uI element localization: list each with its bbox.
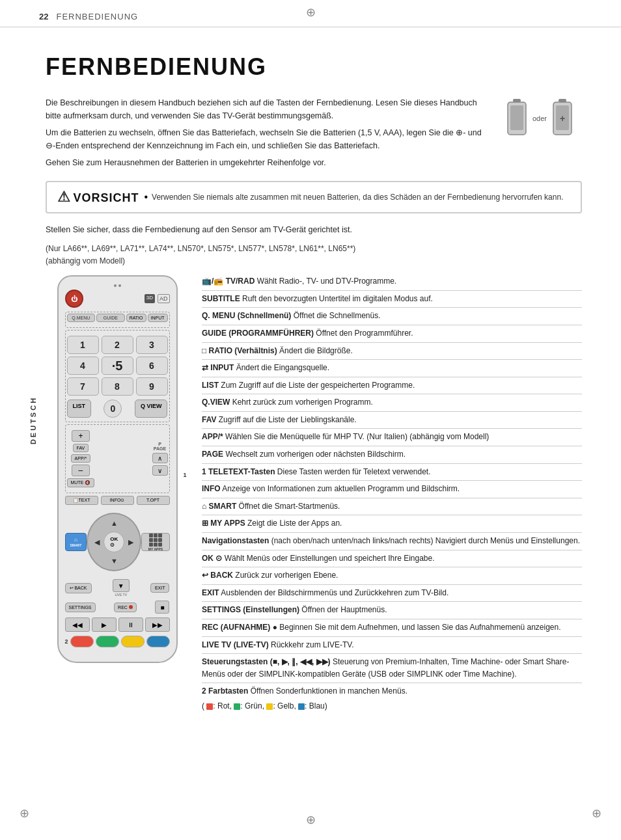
desc-settings: SETTINGS (Einstellungen) Öffnen der Haup…	[202, 604, 582, 616]
vol-up-button[interactable]: +	[72, 430, 90, 442]
intro-para-3: Gehen Sie zum Herausnehmen der Batterien…	[46, 156, 484, 169]
num-7-button[interactable]: 7	[67, 377, 99, 396]
divider	[202, 359, 582, 360]
num-6-button[interactable]: 6	[136, 357, 168, 375]
page-down-button[interactable]: ∨	[152, 465, 168, 476]
desc-fav-text: Zugriff auf die Liste der Lieblingskanäl…	[216, 415, 356, 424]
yellow-color-button[interactable]	[121, 636, 145, 647]
num-0-button[interactable]: 0	[104, 400, 122, 418]
smart-label: SMART	[70, 543, 81, 547]
desc-ok-bold: OK ⊙	[202, 554, 222, 563]
ratio-button[interactable]: RATIO	[126, 314, 146, 322]
divider	[202, 394, 582, 394]
desc-list-text: Zum Zugriff auf die Liste der gespeicher…	[219, 381, 415, 390]
svg-text:+: +	[560, 113, 565, 124]
divider	[202, 325, 582, 325]
vol-down-button[interactable]: –	[72, 465, 90, 476]
divider	[202, 377, 582, 377]
num-2-button[interactable]: 2	[102, 336, 133, 354]
guide-button[interactable]: GUIDE	[96, 314, 125, 322]
desc-qmenu-text: Öffnet die Schnellmenüs.	[291, 311, 380, 320]
app-button[interactable]: APP/*	[71, 454, 91, 463]
green-color-button[interactable]	[96, 636, 119, 647]
input-button[interactable]: INPUT	[148, 314, 168, 322]
red-color-button[interactable]	[70, 636, 94, 647]
nav-left-button[interactable]: ◀	[91, 536, 103, 548]
rec-button[interactable]: REC	[114, 603, 137, 612]
desc-nav-bold: Navigationstasten	[202, 536, 269, 545]
back-exit-row: ↩ BACK ▼ LIVE TV EXIT	[65, 579, 170, 597]
desc-subtitle: SUBTITLE Ruft den bevorzugten Untertitel…	[202, 293, 582, 305]
num-1-button[interactable]: 1	[67, 336, 99, 354]
mute-button[interactable]: MUTE 🔇	[67, 478, 95, 487]
top-crosshair-icon: ⊕	[306, 5, 316, 20]
settings-button[interactable]: SETTINGS	[65, 603, 96, 612]
remote-top-dots	[65, 284, 170, 287]
warning-text: Verwenden Sie niemals alte zusammen mit …	[152, 191, 563, 203]
descriptions-panel: 📺/📻 TV/RAD Wählt Radio-, TV- und DTV-Pro…	[202, 275, 582, 714]
menu-guide-section: Q.MENU GUIDE RATIO INPUT	[65, 312, 170, 328]
page-up-button[interactable]: ∧	[152, 453, 168, 463]
oder-label: oder	[532, 115, 547, 122]
sensor-note: Stellen Sie sicher, dass die Fernbedienu…	[46, 224, 582, 236]
nav-right-button[interactable]: ▶	[125, 536, 137, 548]
fav-button[interactable]: FAV	[73, 444, 89, 452]
desc-exit-bold: EXIT	[202, 588, 219, 597]
divider	[202, 683, 582, 683]
topt-button[interactable]: T.OPT	[137, 496, 170, 505]
navigation-circle: ▲ ◀ OK⊙ ▶ ▼	[87, 513, 141, 571]
3d-icon: 3D	[145, 294, 155, 303]
page-container: ⊕ 22 FERNBEDIENUNG DEUTSCH FERNBEDIENUNG…	[0, 0, 621, 840]
vol-area: + FAV APP/* – MUTE 🔇 PPAGE ∧ ∨	[67, 430, 168, 487]
desc-fav-bold: FAV	[202, 415, 216, 424]
rewind-button[interactable]: ◀◀	[65, 617, 90, 632]
num-4-button[interactable]: 4	[67, 357, 99, 375]
list-button[interactable]: LIST	[67, 400, 92, 418]
livetv-label: LIVE TV	[115, 593, 127, 597]
warning-box: ⚠ VORSICHT • Verwenden Sie niemals alte …	[46, 181, 582, 213]
divider	[202, 446, 582, 446]
myapps-dot	[158, 534, 162, 537]
back-button[interactable]: ↩ BACK	[65, 583, 92, 593]
divider	[202, 636, 582, 637]
smart-button[interactable]: ⌂ SMART	[65, 533, 87, 551]
pause-button[interactable]: ⏸	[118, 617, 143, 632]
down-arrow-button[interactable]: ▼	[113, 579, 130, 592]
desc-ratio-bold: □ RATIO (Verhältnis)	[202, 346, 277, 355]
fast-forward-button[interactable]: ▶▶	[145, 617, 170, 632]
myapps-button[interactable]: MY APPS	[141, 533, 169, 551]
play-button[interactable]: ▶	[92, 617, 117, 632]
divider	[202, 601, 582, 602]
num-dot5-button[interactable]: ·5	[102, 357, 133, 375]
desc-settings-text: Öffnen der Hauptmenüs.	[299, 605, 387, 614]
desc-farb-detail: ( : Rot, : Grün, : Gelb, : Blau)	[202, 700, 582, 712]
exit-button[interactable]: EXIT	[150, 583, 170, 593]
desc-smart-bold: ⌂ SMART	[202, 502, 236, 511]
ok-button[interactable]: OK⊙	[104, 532, 124, 552]
battery-image-area: oder +	[497, 96, 582, 169]
desc-myapps-bold: ⊞ MY APPS	[202, 519, 245, 528]
power-button[interactable]: ⏻	[65, 290, 83, 308]
num-9-button[interactable]: 9	[136, 377, 168, 396]
desc-app-text: Wählen Sie die Menüquelle für MHP TV. (N…	[223, 432, 490, 441]
desc-farb: 2 Farbtasten Öffnen Sonderfunktionen in …	[202, 685, 582, 698]
num-8-button[interactable]: 8	[102, 377, 133, 396]
blue-color-button[interactable]	[146, 636, 170, 647]
color-buttons-row: 2	[65, 636, 170, 647]
color-blue-swatch	[298, 703, 305, 710]
nav-down-button[interactable]: ▼	[108, 555, 120, 567]
desc-steuer-bold: Steuerungstasten (■, ▶, ‖, ◀◀, ▶▶)	[202, 657, 331, 666]
text-button[interactable]: 📋TEXT	[65, 496, 98, 505]
divider	[202, 428, 582, 429]
battery-1-icon	[506, 99, 527, 138]
desc-smart-text: Öffnet die Smart-Startmenüs.	[236, 502, 340, 511]
divider	[202, 342, 582, 343]
qmenu-button[interactable]: Q.MENU	[67, 314, 96, 322]
stop-button[interactable]: ■	[155, 601, 169, 614]
qview-button[interactable]: Q VIEW	[135, 400, 168, 418]
info-button[interactable]: INFO⊙	[101, 496, 134, 505]
num-3-button[interactable]: 3	[136, 336, 168, 354]
page-column: PPAGE ∧ ∨	[152, 442, 168, 476]
nav-up-button[interactable]: ▲	[108, 517, 120, 529]
divider	[202, 411, 582, 412]
